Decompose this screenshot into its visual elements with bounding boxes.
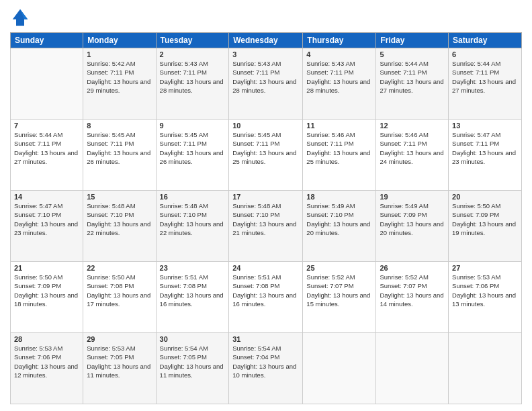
day-number: 27 [452, 264, 518, 272]
cell-info: Sunrise: 5:44 AM Sunset: 7:11 PM Dayligh… [452, 59, 518, 95]
calendar-cell [303, 333, 376, 404]
day-number: 20 [452, 193, 518, 201]
calendar-week-3: 14Sunrise: 5:47 AM Sunset: 7:10 PM Dayli… [11, 191, 522, 262]
calendar-header-friday: Friday [376, 33, 449, 48]
calendar-cell: 19Sunrise: 5:49 AM Sunset: 7:09 PM Dayli… [376, 191, 449, 262]
day-number: 22 [87, 264, 152, 272]
cell-info: Sunrise: 5:45 AM Sunset: 7:11 PM Dayligh… [87, 130, 152, 166]
day-number: 2 [160, 50, 226, 58]
calendar-header-sunday: Sunday [11, 33, 83, 48]
cell-info: Sunrise: 5:50 AM Sunset: 7:08 PM Dayligh… [87, 273, 152, 308]
cell-info: Sunrise: 5:47 AM Sunset: 7:10 PM Dayligh… [14, 201, 79, 237]
cell-info: Sunrise: 5:45 AM Sunset: 7:11 PM Dayligh… [160, 130, 226, 166]
cell-info: Sunrise: 5:50 AM Sunset: 7:09 PM Dayligh… [14, 273, 79, 308]
day-number: 4 [306, 50, 372, 58]
calendar-table: SundayMondayTuesdayWednesdayThursdayFrid… [10, 32, 522, 404]
calendar-page: SundayMondayTuesdayWednesdayThursdayFrid… [0, 0, 532, 411]
day-number: 5 [380, 50, 445, 58]
calendar-cell: 25Sunrise: 5:52 AM Sunset: 7:07 PM Dayli… [303, 262, 376, 333]
day-number: 7 [14, 122, 79, 130]
calendar-cell: 23Sunrise: 5:51 AM Sunset: 7:08 PM Dayli… [156, 262, 229, 333]
calendar-cell: 15Sunrise: 5:48 AM Sunset: 7:10 PM Dayli… [83, 191, 156, 262]
calendar-header-monday: Monday [83, 33, 156, 48]
calendar-cell: 12Sunrise: 5:46 AM Sunset: 7:11 PM Dayli… [376, 120, 449, 191]
cell-info: Sunrise: 5:54 AM Sunset: 7:04 PM Dayligh… [232, 344, 299, 379]
calendar-header-wednesday: Wednesday [229, 33, 303, 48]
day-number: 16 [160, 193, 226, 201]
day-number: 30 [160, 335, 226, 343]
calendar-week-2: 7Sunrise: 5:44 AM Sunset: 7:11 PM Daylig… [11, 120, 522, 191]
cell-info: Sunrise: 5:53 AM Sunset: 7:05 PM Dayligh… [87, 344, 152, 379]
calendar-cell: 20Sunrise: 5:50 AM Sunset: 7:09 PM Dayli… [449, 191, 522, 262]
calendar-cell: 22Sunrise: 5:50 AM Sunset: 7:08 PM Dayli… [83, 262, 156, 333]
day-number: 19 [380, 193, 445, 201]
calendar-cell: 21Sunrise: 5:50 AM Sunset: 7:09 PM Dayli… [11, 262, 83, 333]
day-number: 15 [87, 193, 152, 201]
cell-info: Sunrise: 5:43 AM Sunset: 7:11 PM Dayligh… [232, 59, 299, 95]
day-number: 17 [232, 193, 299, 201]
day-number: 28 [14, 335, 79, 343]
calendar-cell: 11Sunrise: 5:46 AM Sunset: 7:11 PM Dayli… [303, 120, 376, 191]
calendar-cell: 6Sunrise: 5:44 AM Sunset: 7:11 PM Daylig… [449, 48, 522, 120]
calendar-week-4: 21Sunrise: 5:50 AM Sunset: 7:09 PM Dayli… [11, 262, 522, 333]
calendar-cell [11, 48, 83, 120]
cell-info: Sunrise: 5:44 AM Sunset: 7:11 PM Dayligh… [14, 130, 79, 166]
calendar-cell: 14Sunrise: 5:47 AM Sunset: 7:10 PM Dayli… [11, 191, 83, 262]
calendar-cell: 3Sunrise: 5:43 AM Sunset: 7:11 PM Daylig… [229, 48, 303, 120]
calendar-cell: 29Sunrise: 5:53 AM Sunset: 7:05 PM Dayli… [83, 333, 156, 404]
cell-info: Sunrise: 5:53 AM Sunset: 7:06 PM Dayligh… [452, 273, 518, 308]
cell-info: Sunrise: 5:52 AM Sunset: 7:07 PM Dayligh… [306, 273, 372, 308]
calendar-week-5: 28Sunrise: 5:53 AM Sunset: 7:06 PM Dayli… [11, 333, 522, 404]
calendar-week-1: 1Sunrise: 5:42 AM Sunset: 7:11 PM Daylig… [11, 48, 522, 120]
calendar-header-saturday: Saturday [449, 33, 522, 48]
cell-info: Sunrise: 5:43 AM Sunset: 7:11 PM Dayligh… [160, 59, 226, 95]
cell-info: Sunrise: 5:48 AM Sunset: 7:10 PM Dayligh… [232, 201, 299, 237]
calendar-cell: 18Sunrise: 5:49 AM Sunset: 7:10 PM Dayli… [303, 191, 376, 262]
day-number: 9 [160, 122, 226, 130]
calendar-cell: 16Sunrise: 5:48 AM Sunset: 7:10 PM Dayli… [156, 191, 229, 262]
cell-info: Sunrise: 5:49 AM Sunset: 7:10 PM Dayligh… [306, 201, 372, 237]
calendar-header-row: SundayMondayTuesdayWednesdayThursdayFrid… [11, 33, 522, 48]
day-number: 25 [306, 264, 372, 272]
day-number: 21 [14, 264, 79, 272]
cell-info: Sunrise: 5:51 AM Sunset: 7:08 PM Dayligh… [160, 273, 226, 308]
calendar-header-thursday: Thursday [303, 33, 376, 48]
day-number: 8 [87, 122, 152, 130]
cell-info: Sunrise: 5:54 AM Sunset: 7:05 PM Dayligh… [160, 344, 226, 379]
cell-info: Sunrise: 5:48 AM Sunset: 7:10 PM Dayligh… [160, 201, 226, 237]
calendar-cell: 7Sunrise: 5:44 AM Sunset: 7:11 PM Daylig… [11, 120, 83, 191]
day-number: 23 [160, 264, 226, 272]
calendar-cell: 30Sunrise: 5:54 AM Sunset: 7:05 PM Dayli… [156, 333, 229, 404]
day-number: 14 [14, 193, 79, 201]
calendar-cell [449, 333, 522, 404]
cell-info: Sunrise: 5:47 AM Sunset: 7:11 PM Dayligh… [452, 130, 518, 166]
day-number: 6 [452, 50, 518, 58]
cell-info: Sunrise: 5:43 AM Sunset: 7:11 PM Dayligh… [306, 59, 372, 95]
day-number: 3 [232, 50, 299, 58]
cell-info: Sunrise: 5:44 AM Sunset: 7:11 PM Dayligh… [380, 59, 445, 95]
calendar-cell: 13Sunrise: 5:47 AM Sunset: 7:11 PM Dayli… [449, 120, 522, 191]
calendar-cell: 4Sunrise: 5:43 AM Sunset: 7:11 PM Daylig… [303, 48, 376, 120]
cell-info: Sunrise: 5:42 AM Sunset: 7:11 PM Dayligh… [87, 59, 152, 95]
calendar-cell: 17Sunrise: 5:48 AM Sunset: 7:10 PM Dayli… [229, 191, 303, 262]
cell-info: Sunrise: 5:46 AM Sunset: 7:11 PM Dayligh… [306, 130, 372, 166]
cell-info: Sunrise: 5:49 AM Sunset: 7:09 PM Dayligh… [380, 201, 445, 237]
day-number: 18 [306, 193, 372, 201]
calendar-cell: 24Sunrise: 5:51 AM Sunset: 7:08 PM Dayli… [229, 262, 303, 333]
day-number: 13 [452, 122, 518, 130]
day-number: 11 [306, 122, 372, 130]
day-number: 12 [380, 122, 445, 130]
day-number: 31 [232, 335, 299, 343]
cell-info: Sunrise: 5:52 AM Sunset: 7:07 PM Dayligh… [380, 273, 445, 308]
day-number: 26 [380, 264, 445, 272]
day-number: 10 [232, 122, 299, 130]
logo-icon [10, 7, 30, 27]
calendar-cell: 26Sunrise: 5:52 AM Sunset: 7:07 PM Dayli… [376, 262, 449, 333]
calendar-cell: 10Sunrise: 5:45 AM Sunset: 7:11 PM Dayli… [229, 120, 303, 191]
calendar-header-tuesday: Tuesday [156, 33, 229, 48]
calendar-cell [376, 333, 449, 404]
calendar-cell: 8Sunrise: 5:45 AM Sunset: 7:11 PM Daylig… [83, 120, 156, 191]
calendar-cell: 2Sunrise: 5:43 AM Sunset: 7:11 PM Daylig… [156, 48, 229, 120]
logo [10, 7, 33, 27]
calendar-cell: 31Sunrise: 5:54 AM Sunset: 7:04 PM Dayli… [229, 333, 303, 404]
